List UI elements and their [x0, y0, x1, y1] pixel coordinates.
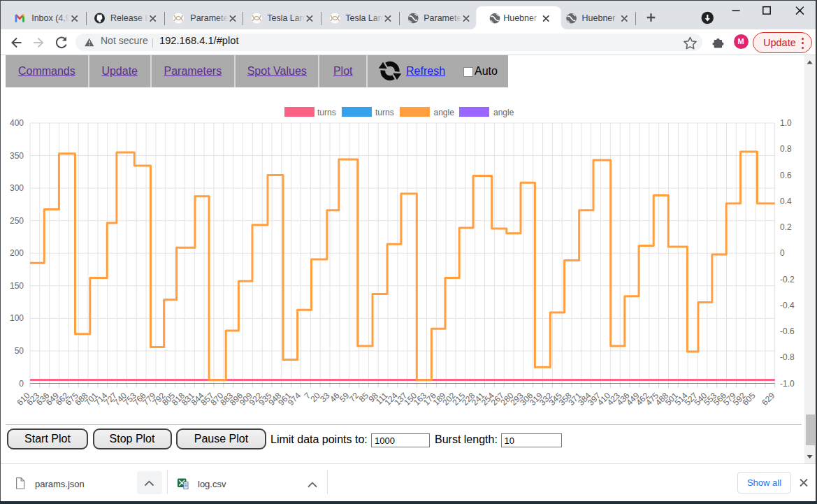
svg-text:200: 200: [10, 248, 24, 258]
svg-text:250: 250: [10, 216, 24, 226]
svg-text:1.0: 1.0: [780, 118, 792, 128]
svg-text:-0.4: -0.4: [780, 301, 795, 310]
svg-text:0.6: 0.6: [780, 171, 792, 180]
svg-text:0.8: 0.8: [780, 144, 792, 154]
svg-text:100: 100: [10, 313, 24, 323]
svg-text:400: 400: [10, 118, 24, 128]
svg-text:300: 300: [10, 183, 24, 193]
svg-text:0.2: 0.2: [780, 222, 792, 232]
svg-text:-0.2: -0.2: [780, 275, 795, 285]
svg-text:0: 0: [19, 379, 24, 389]
svg-text:0: 0: [780, 248, 785, 258]
svg-text:150: 150: [10, 281, 24, 291]
svg-text:-0.6: -0.6: [780, 326, 795, 336]
svg-text:629: 629: [760, 390, 776, 407]
svg-text:50: 50: [15, 346, 24, 356]
svg-text:-0.8: -0.8: [780, 352, 795, 362]
svg-text:350: 350: [10, 151, 24, 161]
svg-text:0.4: 0.4: [780, 196, 792, 206]
svg-text:-1.0: -1.0: [780, 379, 795, 389]
